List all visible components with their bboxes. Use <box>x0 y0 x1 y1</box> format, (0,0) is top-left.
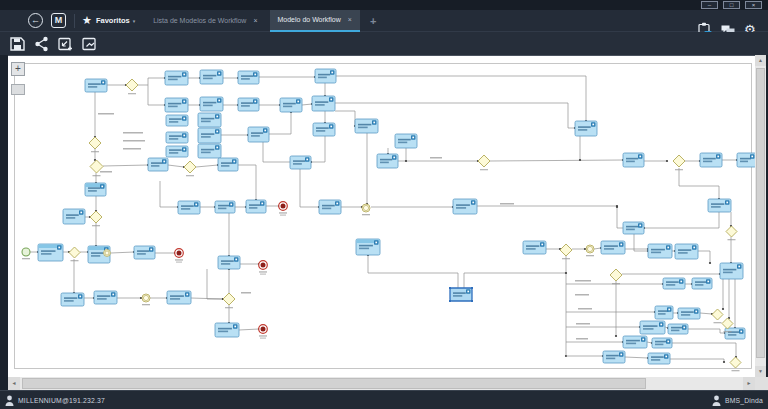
task-type-icon-dot <box>261 203 263 205</box>
gateway-node[interactable] <box>126 79 138 91</box>
task-label <box>358 124 371 126</box>
task-label <box>681 311 694 313</box>
flow-edge[interactable] <box>688 329 725 333</box>
edge-arrowhead <box>615 335 617 337</box>
flow-edge[interactable] <box>336 76 586 121</box>
flow-edge[interactable] <box>634 234 648 251</box>
vertical-scrollbar[interactable]: ▲ ▼ <box>755 55 766 377</box>
add-tab-button[interactable]: + <box>370 15 376 27</box>
favorites-menu[interactable]: ★ Favoritos ▾ <box>82 14 135 27</box>
gateway-node[interactable] <box>89 137 101 149</box>
flow-edge[interactable] <box>490 160 623 161</box>
gateway-node[interactable] <box>712 309 723 320</box>
tab-close-icon[interactable]: × <box>253 17 257 24</box>
flow-edge[interactable] <box>617 207 623 228</box>
back-icon[interactable]: ← <box>28 13 43 28</box>
flow-edge[interactable] <box>239 329 259 330</box>
task-label <box>643 328 654 330</box>
task-label <box>221 162 233 164</box>
task-type-icon-dot <box>660 324 662 326</box>
gateway-node[interactable] <box>184 161 196 173</box>
gateway-node[interactable] <box>90 211 102 223</box>
close-button[interactable]: × <box>745 1 762 9</box>
tab-lista-de-modelos[interactable]: Lista de Modelos de Workflow × <box>145 10 265 32</box>
minimize-button[interactable]: – <box>701 1 718 9</box>
gateway-node[interactable] <box>69 247 80 258</box>
gateway-node[interactable] <box>478 155 490 167</box>
flow-edge[interactable] <box>672 343 736 357</box>
end-event-core <box>177 251 182 256</box>
selection-handle[interactable] <box>471 300 473 302</box>
gateway-node[interactable] <box>673 155 685 167</box>
flow-edge[interactable] <box>207 269 223 299</box>
flow-edge[interactable] <box>168 165 184 167</box>
task-label <box>221 165 229 167</box>
task-label <box>318 74 330 76</box>
task-type-icon-dot <box>726 202 728 204</box>
workflow-canvas[interactable]: + <box>8 55 755 377</box>
node-caption <box>280 215 286 216</box>
flow-edge[interactable] <box>160 181 178 207</box>
flow-edge[interactable] <box>148 85 165 105</box>
flow-edge[interactable] <box>311 136 325 162</box>
gateway-node[interactable] <box>560 244 572 256</box>
horizontal-scroll-thumb[interactable] <box>22 378 646 389</box>
flow-edge[interactable] <box>103 165 148 166</box>
flow-edge[interactable] <box>700 313 712 314</box>
flow-edge[interactable] <box>625 357 648 358</box>
start-event-node[interactable] <box>22 248 30 256</box>
selection-handle[interactable] <box>449 300 451 302</box>
flow-edge[interactable] <box>368 255 458 288</box>
flow-edge[interactable] <box>196 165 218 167</box>
boundary-event-node[interactable] <box>104 250 111 257</box>
gateway-node[interactable] <box>730 357 741 368</box>
task-label <box>711 203 724 205</box>
export-image-icon[interactable] <box>81 36 98 52</box>
share-icon[interactable] <box>33 36 50 52</box>
flow-edge[interactable] <box>335 111 355 126</box>
gateway-node[interactable] <box>610 269 622 281</box>
task-type-icon-dot <box>642 339 644 341</box>
maximize-button[interactable]: □ <box>723 1 740 9</box>
tab-modelo-do-workflow[interactable]: Modelo do Workflow × <box>270 10 360 32</box>
horizontal-scrollbar[interactable]: ◄ ► <box>8 377 755 390</box>
gateway-node[interactable] <box>726 226 737 237</box>
flow-edge[interactable] <box>679 168 719 199</box>
flow-edge[interactable] <box>302 104 312 105</box>
flow-edge[interactable] <box>670 359 724 362</box>
flow-edge[interactable] <box>644 212 719 228</box>
flow-edge[interactable] <box>269 112 291 134</box>
task-label <box>91 255 100 257</box>
zoom-in-button[interactable]: + <box>11 62 25 76</box>
vertical-scroll-thumb[interactable] <box>756 68 765 358</box>
scroll-left-icon[interactable]: ◄ <box>8 377 20 390</box>
task-type-icon-dot <box>375 242 377 244</box>
zoom-slider-handle[interactable] <box>11 84 25 95</box>
task-type-icon-dot <box>306 159 308 161</box>
task-label <box>201 149 214 151</box>
gateway-node[interactable] <box>223 293 235 305</box>
selection-handle[interactable] <box>449 287 451 289</box>
task-label <box>678 249 691 251</box>
gateway-node[interactable] <box>722 318 733 329</box>
flow-edge[interactable] <box>238 165 256 200</box>
import-model-icon[interactable] <box>57 36 74 52</box>
task-label <box>695 284 703 286</box>
workflow-diagram <box>8 56 755 377</box>
selection-handle[interactable] <box>471 287 473 289</box>
task-label <box>315 101 328 103</box>
scroll-up-icon[interactable]: ▲ <box>755 55 766 66</box>
scroll-down-icon[interactable]: ▼ <box>755 366 766 377</box>
scroll-right-icon[interactable]: ► <box>743 377 755 390</box>
task-type-icon-dot <box>254 101 256 103</box>
flow-edge[interactable] <box>300 169 319 207</box>
task-type-icon-dot <box>150 249 152 251</box>
task-label <box>322 208 331 210</box>
app-logo[interactable]: M <box>51 13 66 28</box>
flow-edge[interactable] <box>698 251 710 263</box>
tab-close-icon[interactable]: × <box>348 16 352 23</box>
flow-edge[interactable] <box>138 78 165 85</box>
flow-edge[interactable] <box>111 252 134 253</box>
flow-edge[interactable] <box>464 273 566 288</box>
save-icon[interactable] <box>9 36 26 52</box>
